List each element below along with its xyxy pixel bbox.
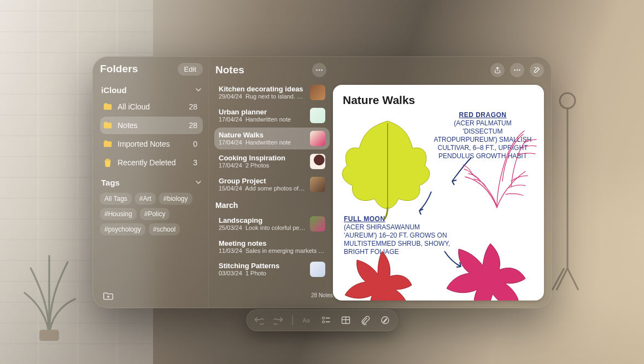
svg-point-5 xyxy=(514,69,515,70)
section-heading-tags[interactable]: Tags xyxy=(101,178,202,187)
table-button[interactable] xyxy=(340,314,352,326)
note-row-title: Nature Walks xyxy=(219,131,306,139)
format-button[interactable]: Aa xyxy=(301,314,313,326)
svg-point-10 xyxy=(323,321,325,323)
undo-button[interactable] xyxy=(253,314,265,326)
section-heading-icloud[interactable]: iCloud xyxy=(101,85,202,95)
note-row[interactable]: Landscaping 25/03/24 Look into colorful … xyxy=(214,213,330,235)
note-row-subtitle: 29/04/24 Rug next to island. Conte… xyxy=(219,93,306,100)
note-row-subtitle: 11/03/24 Sales in emerging markets are t… xyxy=(219,247,325,254)
note-row[interactable]: Meeting notes 11/03/24 Sales in emerging… xyxy=(214,236,330,257)
attach-button[interactable] xyxy=(360,314,372,326)
note-row-text: Landscaping 25/03/24 Look into colorful … xyxy=(219,216,306,231)
note-row-text: Meeting notes 11/03/24 Sales in emerging… xyxy=(219,239,325,254)
redo-button[interactable] xyxy=(273,314,285,326)
svg-point-1 xyxy=(560,93,575,108)
tag-chips: All Tags#Art#biology#Housing#Policy#psyc… xyxy=(100,193,203,235)
share-button[interactable] xyxy=(490,63,505,77)
folder-label: Recently Deleted xyxy=(118,158,188,167)
tag-chip[interactable]: #Housing xyxy=(100,208,137,220)
tag-chip[interactable]: #Policy xyxy=(140,208,170,220)
tag-chip[interactable]: #Art xyxy=(135,193,156,205)
note-row[interactable]: Nature Walks 17/04/24 Handwritten note xyxy=(214,128,330,149)
notes-group-heading: March xyxy=(214,197,330,212)
note-row-subtitle: 17/04/24 Handwritten note xyxy=(219,139,306,146)
background-lamp xyxy=(551,88,584,296)
note-row-title: Group Project xyxy=(219,177,306,185)
section-label: iCloud xyxy=(101,85,127,95)
folder-label: Notes xyxy=(118,121,183,130)
svg-point-7 xyxy=(519,69,520,70)
compose-button[interactable] xyxy=(530,63,544,77)
note-row-title: Cooking Inspiration xyxy=(219,154,306,162)
folder-count: 28 xyxy=(189,121,197,130)
note-row[interactable]: Stitching Patterns 03/03/24 1 Photo xyxy=(214,258,330,280)
notes-list-title: Notes xyxy=(215,64,244,76)
folder-item-notes[interactable]: Notes 28 xyxy=(100,117,203,134)
table-icon xyxy=(341,315,351,325)
editor-toolbar: Aa xyxy=(247,309,398,331)
toolbar-divider xyxy=(292,315,293,325)
tag-chip[interactable]: #school xyxy=(149,223,180,235)
note-row-text: Stitching Patterns 03/03/24 1 Photo xyxy=(219,262,306,276)
tag-chip[interactable]: #biology xyxy=(159,193,192,205)
tag-chip[interactable]: #psychology xyxy=(100,223,145,235)
redo-icon xyxy=(274,315,284,325)
tags-label: Tags xyxy=(101,178,120,187)
edit-button[interactable]: Edit xyxy=(178,63,203,76)
note-row-subtitle: 17/04/24 Handwritten note xyxy=(219,116,306,123)
svg-point-9 xyxy=(323,317,325,319)
note-row-text: Kitchen decorating ideas 29/04/24 Rug ne… xyxy=(219,85,306,100)
paperclip-icon xyxy=(361,315,371,325)
note-row-subtitle: 15/04/24 Add some photos of their… xyxy=(219,185,306,192)
note-detail-column: Nature Walks RED DRAGON (ACER PALMATUM '… xyxy=(333,56,552,308)
folder-item-imported-notes[interactable]: Imported Notes 0 xyxy=(100,135,203,153)
folder-item-all-icloud[interactable]: All iCloud 28 xyxy=(100,98,203,115)
svg-rect-0 xyxy=(39,330,59,341)
checklist-icon xyxy=(321,315,331,325)
note-paper[interactable]: Nature Walks RED DRAGON (ACER PALMATUM '… xyxy=(333,85,544,301)
note-row-subtitle: 17/04/24 2 Photos xyxy=(219,162,306,169)
notes-more-button[interactable] xyxy=(312,63,326,77)
note-thumbnail xyxy=(310,154,325,169)
note-row-title: Urban planner xyxy=(219,108,306,116)
checklist-button[interactable] xyxy=(320,314,332,326)
markup-icon xyxy=(380,315,390,325)
note-title: Nature Walks xyxy=(343,94,534,107)
folder-label: Imported Notes xyxy=(118,140,188,148)
folders-sidebar: Folders Edit iCloud All iCloud 28 Notes … xyxy=(92,56,208,308)
note-row[interactable]: Cooking Inspiration 17/04/24 2 Photos xyxy=(214,151,330,172)
ellipsis-icon xyxy=(513,66,521,74)
note-thumbnail xyxy=(310,216,325,232)
note-row-subtitle: 25/03/24 Look into colorful perenn… xyxy=(219,224,306,231)
note-thumbnail xyxy=(310,177,325,192)
note-row-text: Urban planner 17/04/24 Handwritten note xyxy=(219,108,306,123)
folder-item-recently-deleted[interactable]: Recently Deleted 3 xyxy=(100,154,203,171)
format-icon: Aa xyxy=(302,315,312,325)
detail-toolbar xyxy=(333,56,552,82)
new-folder-button[interactable] xyxy=(100,290,116,303)
chevron-down-icon xyxy=(195,86,202,93)
note-row[interactable]: Urban planner 17/04/24 Handwritten note xyxy=(214,105,330,126)
note-row[interactable]: Kitchen decorating ideas 29/04/24 Rug ne… xyxy=(214,82,330,103)
detail-more-button[interactable] xyxy=(510,63,524,77)
note-row[interactable]: Group Project 15/04/24 Add some photos o… xyxy=(214,174,330,195)
folder-icon xyxy=(103,102,112,111)
note-thumbnail xyxy=(310,262,325,277)
note-row-text: Cooking Inspiration 17/04/24 2 Photos xyxy=(219,154,306,169)
folders-title: Folders xyxy=(100,63,138,75)
folder-list: All iCloud 28 Notes 28 Imported Notes 0 … xyxy=(100,98,203,171)
folder-icon xyxy=(103,140,112,148)
undo-icon xyxy=(254,315,264,325)
note-thumbnail xyxy=(310,85,325,100)
tag-chip[interactable]: All Tags xyxy=(100,193,132,205)
new-folder-icon xyxy=(103,292,114,301)
folder-count: 3 xyxy=(193,158,197,167)
markup-button[interactable] xyxy=(379,314,391,326)
compose-icon xyxy=(533,66,541,74)
notes-scroll[interactable]: Kitchen decorating ideas 29/04/24 Rug ne… xyxy=(214,82,330,308)
annotation-heading: RED DRAGON xyxy=(434,111,532,119)
note-row-text: Nature Walks 17/04/24 Handwritten note xyxy=(219,131,306,146)
note-thumbnail xyxy=(310,108,325,123)
note-row-title: Kitchen decorating ideas xyxy=(219,85,306,93)
